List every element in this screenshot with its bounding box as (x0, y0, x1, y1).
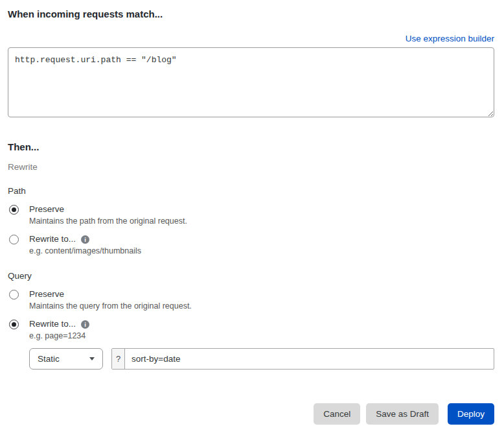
action-label: Rewrite (8, 162, 494, 172)
query-preserve-option: Preserve Maintains the query from the or… (8, 289, 494, 311)
query-preserve-radio[interactable] (9, 290, 19, 300)
query-group-label: Query (8, 271, 494, 281)
value-type-selected-label: Static (38, 354, 60, 364)
query-value-input[interactable] (125, 349, 494, 369)
save-as-draft-button[interactable]: Save as Draft (366, 403, 439, 425)
query-rewrite-example: e.g. page=1234 (29, 331, 89, 340)
value-type-dropdown[interactable]: Static (29, 348, 103, 370)
use-expression-builder-link[interactable]: Use expression builder (406, 34, 494, 43)
path-rewrite-option: Rewrite to... i e.g. content/images/thum… (8, 234, 494, 255)
info-icon[interactable]: i (81, 320, 89, 329)
query-rewrite-label-line: Rewrite to... i (29, 319, 89, 329)
path-preserve-text: Preserve Maintains the path from the ori… (29, 204, 187, 226)
query-prefix-badge: ? (112, 349, 125, 369)
query-value-input-group: ? (111, 348, 494, 370)
query-preserve-label-line: Preserve (29, 289, 192, 300)
path-rewrite-text: Rewrite to... i e.g. content/images/thum… (29, 234, 141, 255)
query-preserve-text: Preserve Maintains the query from the or… (29, 289, 192, 311)
path-rewrite-radio[interactable] (9, 235, 19, 244)
query-rewrite-value-row: Static ? (29, 348, 494, 370)
query-rewrite-option: Rewrite to... i e.g. page=1234 (8, 319, 494, 340)
query-rewrite-label[interactable]: Rewrite to... (29, 319, 76, 329)
path-group-label: Path (8, 186, 494, 196)
query-rewrite-radio[interactable] (9, 320, 19, 329)
path-rewrite-label[interactable]: Rewrite to... (29, 234, 76, 244)
query-preserve-description: Maintains the query from the original re… (29, 301, 192, 311)
path-preserve-label[interactable]: Preserve (29, 204, 64, 215)
rule-editor-page: When incoming requests match... Use expr… (0, 0, 504, 435)
info-icon[interactable]: i (81, 235, 89, 244)
path-rewrite-label-line: Rewrite to... i (29, 234, 141, 244)
footer-actions: Cancel Save as Draft Deploy (8, 403, 494, 425)
path-preserve-description: Maintains the path from the original req… (29, 217, 187, 226)
expression-editor-textarea[interactable] (8, 47, 494, 117)
query-rewrite-text: Rewrite to... i e.g. page=1234 (29, 319, 89, 340)
match-section-heading: When incoming requests match... (8, 9, 494, 19)
caret-down-icon (89, 357, 95, 360)
deploy-button[interactable]: Deploy (448, 403, 494, 425)
path-preserve-label-line: Preserve (29, 204, 187, 215)
path-preserve-option: Preserve Maintains the path from the ori… (8, 204, 494, 226)
expression-builder-link-row: Use expression builder (8, 34, 494, 43)
cancel-button[interactable]: Cancel (314, 403, 360, 425)
then-section-heading: Then... (8, 142, 494, 152)
path-preserve-radio[interactable] (9, 205, 19, 215)
path-rewrite-example: e.g. content/images/thumbnails (29, 246, 141, 255)
query-preserve-label[interactable]: Preserve (29, 289, 64, 300)
